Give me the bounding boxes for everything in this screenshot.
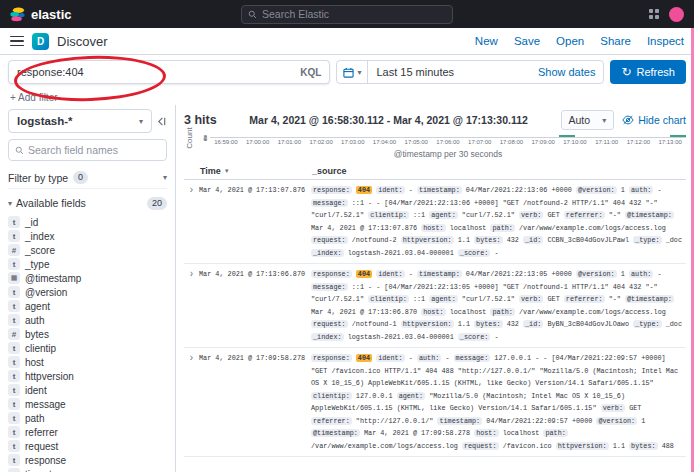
x-axis-tick: 17:01:00 (278, 139, 301, 145)
histogram-bar[interactable] (670, 135, 686, 137)
doc-timestamp: Mar 4, 2021 @ 17:13:06.870 (199, 268, 311, 343)
show-dates-button[interactable]: Show dates (530, 66, 603, 78)
field-item-_index[interactable]: t_index (8, 229, 167, 243)
field-item-request[interactable]: trequest (8, 439, 167, 453)
field-name: request (25, 441, 58, 452)
global-search-input[interactable]: Search Elastic (241, 5, 453, 24)
field-item-_id[interactable]: t_id (8, 215, 167, 229)
field-value: 432 (507, 236, 519, 244)
filter-by-type-button[interactable]: Filter by type 0 ▾ (8, 167, 167, 189)
available-fields-count-badge: 20 (147, 197, 167, 210)
add-filter-button[interactable]: + Add filter (10, 92, 58, 103)
date-quick-select-button[interactable]: ▾ (337, 61, 368, 83)
nav-action-new[interactable]: New (475, 35, 498, 47)
field-badge: _score: (458, 333, 491, 341)
field-value: 127.0.0.1 (356, 392, 393, 400)
expand-row-icon[interactable]: › (184, 268, 199, 343)
x-axis-tick: 17:09:00 (532, 139, 555, 145)
chevron-down-icon: ▾ (602, 116, 606, 125)
time-column-header[interactable]: Time ▼ (200, 166, 312, 176)
collapse-sidebar-icon[interactable] (156, 116, 167, 127)
refresh-button[interactable]: ↻ Refresh (610, 60, 686, 84)
nav-action-inspect[interactable]: Inspect (647, 35, 684, 47)
field-search-input[interactable]: Search field names (8, 139, 167, 161)
field-badge: request: (462, 442, 499, 450)
query-input[interactable]: response:404 KQL (8, 60, 330, 84)
field-name: path (25, 413, 44, 424)
field-badge: auth: (629, 186, 653, 194)
field-name: response (25, 455, 66, 466)
field-item-ident[interactable]: tident (8, 383, 167, 397)
field-badge: @version: (576, 270, 617, 278)
chart-time-range-title: Mar 4, 2021 @ 16:58:30.112 - Mar 4, 2021… (225, 114, 553, 126)
hits-count: 3 hits (184, 113, 217, 127)
field-item-_type[interactable]: t_type (8, 257, 167, 271)
field-item-_score[interactable]: #_score (8, 243, 167, 257)
field-item-auth[interactable]: tauth (8, 313, 167, 327)
field-item-httpversion[interactable]: thttpversion (8, 369, 167, 383)
available-fields-toggle[interactable]: ▾ Available fields 20 (8, 195, 167, 211)
field-item-referrer[interactable]: treferrer (8, 425, 167, 439)
expand-row-icon[interactable]: › (184, 352, 199, 452)
field-value: 1 (641, 417, 645, 425)
nav-action-save[interactable]: Save (514, 35, 540, 47)
time-column-label: Time (200, 166, 221, 176)
nav-action-open[interactable]: Open (556, 35, 584, 47)
field-value: 1.1 (458, 320, 470, 328)
expand-row-icon[interactable]: › (184, 184, 199, 259)
field-item-@timestamp[interactable]: ▦@timestamp (8, 271, 167, 285)
query-language-button[interactable]: KQL (300, 67, 321, 78)
field-badge: ident: (376, 186, 404, 194)
field-item-clientip[interactable]: tclientip (8, 341, 167, 355)
field-item-path[interactable]: tpath (8, 411, 167, 425)
chart-yticks: 012 (184, 137, 210, 138)
field-item-message[interactable]: tmessage (8, 397, 167, 411)
x-axis-tick: 17:10:00 (563, 139, 586, 145)
field-badge: _id: (523, 236, 543, 244)
query-bar: response:404 KQL ▾ Last 15 minutes Show … (0, 55, 694, 89)
field-item-@version[interactable]: t@version (8, 285, 167, 299)
field-item-host[interactable]: thost (8, 355, 167, 369)
field-value: logstash-2021.03.04-000001 (348, 333, 454, 341)
interval-select[interactable]: Auto ▾ (561, 110, 615, 130)
x-axis-label: @timestamp per 30 seconds (210, 147, 686, 160)
field-value: GET (547, 295, 559, 303)
field-item-agent[interactable]: tagent (8, 299, 167, 313)
index-pattern-select[interactable]: logstash-* ▾ (8, 109, 152, 133)
field-name: _type (25, 259, 49, 270)
doc-source: response: 404 ident: - timestamp: 04/Mar… (311, 268, 686, 343)
field-badge: @version: (596, 417, 637, 425)
field-value: "-" (609, 295, 621, 303)
text-field-icon: t (8, 384, 20, 396)
field-item-timestamp[interactable]: ttimestamp (8, 467, 167, 472)
menu-hamburger-icon[interactable] (10, 36, 24, 47)
histogram-bar[interactable] (559, 135, 575, 137)
field-badge: host: (474, 429, 498, 437)
y-axis-tick: 2 (203, 134, 207, 141)
field-badge: @timestamp: (625, 295, 674, 303)
table-row: ›Mar 4, 2021 @ 17:13:06.870response: 404… (184, 264, 686, 348)
field-item-bytes[interactable]: #bytes (8, 327, 167, 341)
field-badge: response: (311, 186, 352, 194)
text-field-icon: t (8, 314, 20, 326)
nav-action-share[interactable]: Share (600, 35, 631, 47)
doc-table-body: ›Mar 4, 2021 @ 17:13:07.876response: 404… (184, 180, 686, 472)
field-value: - (409, 270, 413, 278)
text-field-icon: t (8, 258, 20, 270)
field-badge: host: (421, 308, 445, 316)
refresh-icon: ↻ (621, 66, 631, 78)
field-badge: host: (421, 224, 445, 232)
time-range-display[interactable]: Last 15 minutes (368, 66, 462, 78)
field-badge: verb: (519, 295, 543, 303)
field-badge: _index: (311, 249, 344, 257)
field-search-placeholder: Search field names (28, 144, 118, 156)
user-avatar[interactable] (669, 7, 684, 22)
field-item-response[interactable]: tresponse (8, 453, 167, 467)
field-list: t_idt_index#_scoret_type▦@timestampt@ver… (8, 215, 167, 472)
field-value: GET (629, 404, 641, 412)
elastic-logo[interactable]: elastic (10, 7, 71, 22)
text-field-icon: t (8, 342, 20, 354)
hide-chart-button[interactable]: Hide chart (622, 114, 686, 126)
text-field-icon: t (8, 286, 20, 298)
apps-grid-icon[interactable] (649, 9, 659, 19)
